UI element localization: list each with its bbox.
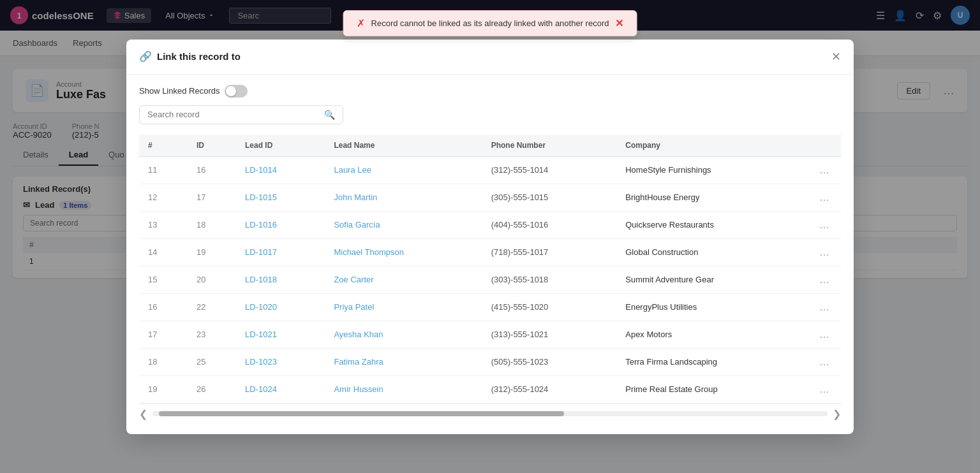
col-header-phone: Phone Number [482,135,617,157]
cell-lead-name: Michael Thompson [325,238,482,266]
modal-overlay: 🔗 Link this record to ✕ Show Linked Reco… [0,0,980,473]
cell-phone: (303)-555-1018 [482,266,617,293]
modal-search-input[interactable] [147,110,320,119]
cell-lead-id: LD-1014 [236,156,325,184]
modal-title-text: Link this record to [157,51,241,62]
row-options-button[interactable]: … [817,191,832,205]
cell-num: 13 [139,211,188,238]
table-row[interactable]: 16 22 LD-1020 Priya Patel (415)-555-1020… [139,293,841,321]
cell-id: 25 [188,348,236,375]
cell-num: 14 [139,238,188,266]
cell-lead-name: Zoe Carter [325,266,482,293]
show-linked-toggle[interactable] [225,85,248,98]
search-icon: 🔍 [324,110,335,120]
toggle-knob [226,86,236,96]
cell-company: Apex Motors … [616,321,841,348]
cell-phone: (312)-555-1024 [482,375,617,403]
cell-lead-id: LD-1016 [236,211,325,238]
cell-num: 18 [139,348,188,375]
link-icon: 🔗 [139,50,152,62]
row-options-button[interactable]: … [817,355,832,369]
cell-num: 19 [139,375,188,403]
cell-company: HomeStyle Furnishings … [616,157,841,184]
cell-id: 18 [188,211,236,238]
row-options-button[interactable]: … [817,382,832,397]
cell-lead-name: Priya Patel [325,293,482,321]
show-linked-records-row: Show Linked Records [139,85,841,98]
modal-data-table: # ID Lead ID Lead Name Phone Number Comp… [139,135,841,404]
table-row[interactable]: 13 18 LD-1016 Sofia García (404)-555-101… [139,211,841,238]
cell-id: 16 [188,156,236,184]
col-header-company: Company [616,135,841,157]
cell-lead-id: LD-1024 [236,375,325,403]
cell-phone: (415)-555-1020 [482,293,617,321]
cell-phone: (312)-555-1014 [482,156,617,184]
scroll-controls: ❮ ❯ [139,404,841,424]
row-options-button[interactable]: … [817,245,832,259]
cell-company: Summit Adventure Gear … [616,266,841,293]
cell-phone: (718)-555-1017 [482,238,617,266]
cell-num: 16 [139,293,188,321]
show-linked-label: Show Linked Records [139,86,219,96]
cell-lead-name: Amir Hussein [325,375,482,403]
scroll-right-button[interactable]: ❯ [833,408,841,420]
cell-lead-name: Fatima Zahra [325,348,482,375]
row-options-button[interactable]: … [817,218,832,232]
cell-company: Terra Firma Landscaping … [616,349,841,375]
cell-id: 23 [188,321,236,348]
cell-lead-id: LD-1015 [236,184,325,211]
cell-num: 17 [139,321,188,348]
table-row[interactable]: 17 23 LD-1021 Ayesha Khan (313)-555-1021… [139,321,841,348]
table-row[interactable]: 12 17 LD-1015 John Martin (305)-555-1015… [139,184,841,211]
cell-company: Quickserve Restaurants … [616,212,841,238]
cell-company: EnergyPlus Utilities … [616,294,841,321]
cell-id: 22 [188,293,236,321]
cell-company: Prime Real Estate Group … [616,376,841,403]
modal-search-bar: 🔍 [139,105,343,124]
cell-id: 19 [188,238,236,266]
table-row[interactable]: 19 26 LD-1024 Amir Hussein (312)-555-102… [139,375,841,403]
table-row[interactable]: 15 20 LD-1018 Zoe Carter (303)-555-1018 … [139,266,841,293]
cell-num: 12 [139,184,188,211]
cell-company: BrightHouse Energy … [616,184,841,211]
table-header: # ID Lead ID Lead Name Phone Number Comp… [139,135,841,157]
modal-title: 🔗 Link this record to [139,50,241,62]
row-options-button[interactable]: … [817,273,832,287]
table-row[interactable]: 11 16 LD-1014 Laura Lee (312)-555-1014 H… [139,156,841,184]
cell-lead-id: LD-1018 [236,266,325,293]
toast-close-button[interactable]: ✕ [615,17,623,29]
cell-phone: (404)-555-1016 [482,211,617,238]
toast-message: Record cannot be linked as its already l… [371,18,609,28]
cell-lead-name: Ayesha Khan [325,321,482,348]
cell-id: 20 [188,266,236,293]
modal-header: 🔗 Link this record to ✕ [126,40,854,75]
cell-lead-id: LD-1023 [236,348,325,375]
row-options-button[interactable]: … [817,163,832,177]
cell-id: 26 [188,375,236,403]
col-header-num: # [139,135,188,157]
row-options-button[interactable]: … [817,328,832,342]
cell-company: Global Construction … [616,239,841,266]
row-options-button[interactable]: … [817,300,832,314]
col-header-lead-id: Lead ID [236,135,325,157]
table-body: 11 16 LD-1014 Laura Lee (312)-555-1014 H… [139,156,841,403]
cell-lead-name: John Martin [325,184,482,211]
table-row[interactable]: 14 19 LD-1017 Michael Thompson (718)-555… [139,238,841,266]
cell-lead-id: LD-1017 [236,238,325,266]
table-row[interactable]: 18 25 LD-1023 Fatima Zahra (505)-555-102… [139,348,841,375]
cell-lead-id: LD-1021 [236,321,325,348]
cell-num: 15 [139,266,188,293]
link-record-modal: 🔗 Link this record to ✕ Show Linked Reco… [126,40,854,434]
data-table-wrapper[interactable]: # ID Lead ID Lead Name Phone Number Comp… [139,135,841,404]
modal-close-button[interactable]: ✕ [831,50,841,64]
col-header-lead-name: Lead Name [325,135,482,157]
toast-error-icon: ✗ [357,17,365,29]
col-header-id: ID [188,135,236,157]
scroll-track[interactable] [152,411,828,416]
cell-id: 17 [188,184,236,211]
scroll-left-button[interactable]: ❮ [139,408,147,420]
modal-body: Show Linked Records 🔍 # ID Lead ID [126,75,854,434]
scroll-thumb [159,411,564,416]
cell-lead-id: LD-1020 [236,293,325,321]
toast-notification: ✗ Record cannot be linked as its already… [343,10,637,36]
